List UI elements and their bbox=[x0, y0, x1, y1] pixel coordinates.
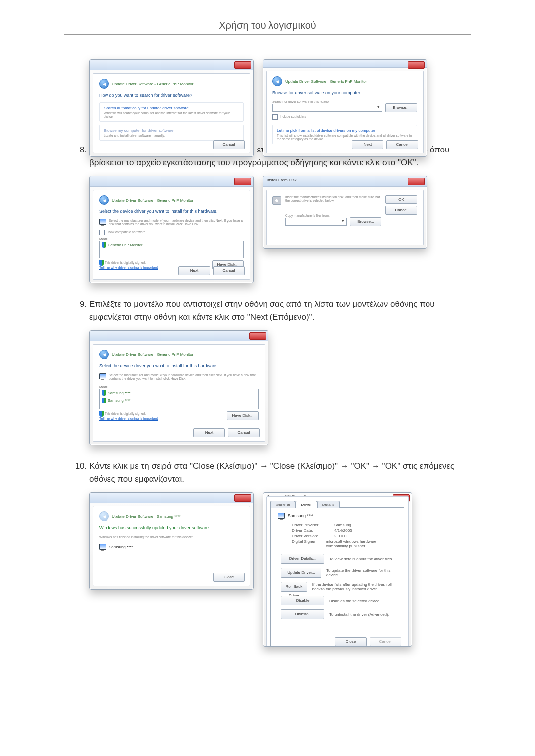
model-list[interactable]: Generic PnP Monitor bbox=[99, 241, 244, 258]
dialog-browse-location: ◄ Update Driver Software - Generic PnP M… bbox=[263, 59, 427, 157]
location-combo[interactable] bbox=[272, 104, 382, 112]
driver-details-desc: To view details about the driver files. bbox=[329, 557, 393, 561]
dialog-titlebar: Install From Disk bbox=[263, 176, 427, 187]
option-title: Search automatically for updated driver … bbox=[104, 106, 239, 110]
prop-signer-val: microsoft windows hardware compatibility… bbox=[326, 539, 399, 548]
signing-info-link[interactable]: Tell me why driver signing is important bbox=[99, 417, 158, 420]
shield-icon bbox=[99, 411, 104, 417]
dialog-titlebar: Samsung **** Properties bbox=[263, 493, 412, 493]
step-9-text: Επιλέξτε το μοντέλο που αντιστοιχεί στην… bbox=[89, 298, 471, 323]
option-desc: This list will show installed driver sof… bbox=[277, 134, 413, 141]
wizard-heading: Browse for driver software on your compu… bbox=[272, 90, 417, 95]
breadcrumb: Update Driver Software - Generic PnP Mon… bbox=[112, 353, 193, 357]
shield-icon bbox=[102, 242, 106, 248]
include-subfolders-checkbox[interactable]: Include subfolders bbox=[272, 114, 417, 120]
step-10-text: Κάντε κλικ με τη σειρά στα "Close (Κλείσ… bbox=[89, 460, 471, 485]
prop-date-val: 4/14/2005 bbox=[334, 528, 352, 533]
model-list[interactable]: Samsung **** Samsung **** bbox=[99, 389, 259, 409]
back-icon[interactable]: ◄ bbox=[99, 79, 109, 89]
wizard-heading: Windows has successfully updated your dr… bbox=[99, 525, 244, 530]
option-search-auto[interactable]: Search automatically for updated driver … bbox=[99, 102, 244, 122]
option-desc: Locate and install driver software manua… bbox=[104, 134, 239, 137]
close-button[interactable]: Close bbox=[335, 637, 367, 646]
dialog-select-driver-samsung: ◄ Update Driver Software - Generic PnP M… bbox=[89, 330, 268, 445]
cancel-button[interactable]: Cancel bbox=[385, 206, 417, 215]
update-driver-button[interactable]: Update Driver... bbox=[281, 568, 321, 578]
model-header: Model bbox=[99, 385, 259, 389]
driver-signed-label: This driver is digitally signed. bbox=[105, 261, 146, 264]
disk-icon bbox=[272, 196, 281, 205]
option-desc: Windows will search your computer and th… bbox=[104, 111, 239, 118]
model-item[interactable]: Generic PnP Monitor bbox=[108, 243, 142, 247]
close-icon[interactable] bbox=[249, 332, 266, 340]
prop-signer-key: Digital Signer: bbox=[292, 539, 326, 548]
ok-button[interactable]: OK bbox=[385, 195, 417, 204]
disable-button[interactable]: Disable bbox=[281, 596, 324, 605]
cancel-button[interactable]: Cancel bbox=[228, 428, 260, 437]
rollback-driver-desc: If the device fails after updating the d… bbox=[312, 582, 399, 591]
disable-desc: Disables the selected device. bbox=[329, 599, 381, 603]
tab-general[interactable]: General bbox=[270, 501, 295, 508]
prop-provider-key: Driver Provider: bbox=[292, 523, 334, 527]
shield-icon bbox=[102, 398, 106, 403]
dialog-titlebar bbox=[90, 176, 253, 187]
driver-signed-label: This driver is digitally signed. bbox=[105, 412, 146, 415]
signing-info-link[interactable]: Tell me why driver signing is important bbox=[99, 266, 158, 269]
breadcrumb: Update Driver Software - Samsung **** bbox=[112, 514, 181, 519]
have-disk-button[interactable]: Have Disk... bbox=[227, 411, 259, 420]
monitor-icon bbox=[99, 219, 106, 225]
rollback-driver-button[interactable]: Roll Back Driver bbox=[281, 582, 307, 592]
device-name: Samsung **** bbox=[288, 513, 314, 518]
next-button[interactable]: Next bbox=[352, 140, 383, 149]
back-icon[interactable]: ◄ bbox=[99, 195, 109, 205]
dialog-titlebar bbox=[90, 331, 268, 341]
next-button[interactable]: Next bbox=[193, 428, 225, 437]
close-icon[interactable] bbox=[234, 178, 251, 185]
prop-date-key: Driver Date: bbox=[292, 528, 334, 533]
back-icon[interactable]: ◄ bbox=[99, 350, 109, 359]
shield-icon bbox=[102, 390, 106, 396]
next-button[interactable]: Next bbox=[178, 266, 210, 275]
breadcrumb: Update Driver Software - Generic PnP Mon… bbox=[112, 82, 193, 86]
uninstall-button[interactable]: Uninstall bbox=[281, 609, 324, 619]
browse-button[interactable]: Browse... bbox=[350, 217, 381, 226]
back-icon[interactable]: ◄ bbox=[272, 76, 282, 86]
close-icon[interactable] bbox=[234, 61, 251, 69]
model-item[interactable]: Samsung **** bbox=[108, 391, 130, 395]
dialog-select-driver-generic: ◄ Update Driver Software - Generic PnP M… bbox=[89, 176, 254, 283]
option-title: Browse my computer for driver software bbox=[104, 128, 239, 133]
copy-from-combo[interactable] bbox=[285, 218, 347, 226]
tab-driver[interactable]: Driver bbox=[295, 501, 317, 508]
cancel-button[interactable]: Cancel bbox=[213, 266, 245, 275]
wizard-heading: Select the device driver you want to ins… bbox=[99, 209, 244, 214]
model-item[interactable]: Samsung **** bbox=[108, 398, 130, 403]
install-disk-desc: Insert the manufacturer's installation d… bbox=[285, 195, 381, 202]
browse-button[interactable]: Browse... bbox=[385, 103, 417, 112]
close-icon[interactable] bbox=[408, 178, 425, 185]
prop-version-key: Driver Version: bbox=[292, 534, 334, 538]
cancel-button: Cancel bbox=[370, 637, 401, 646]
prop-provider-val: Samsung bbox=[334, 523, 351, 527]
dialog-device-properties: Samsung **** Properties General Driver D… bbox=[263, 492, 412, 647]
shield-icon bbox=[99, 260, 104, 266]
close-icon[interactable] bbox=[234, 494, 251, 502]
title-underline bbox=[64, 34, 471, 35]
dialog-title: Install From Disk bbox=[267, 178, 297, 182]
update-driver-desc: To update the driver software for this d… bbox=[326, 568, 399, 577]
wizard-desc: Select the manufacturer and model of you… bbox=[109, 219, 244, 226]
close-icon[interactable] bbox=[408, 61, 425, 69]
cancel-button[interactable]: Cancel bbox=[213, 140, 245, 149]
show-compatible-checkbox[interactable]: Show compatible hardware bbox=[99, 230, 244, 235]
driver-details-button[interactable]: Driver Details... bbox=[281, 554, 324, 564]
monitor-icon bbox=[99, 373, 106, 379]
breadcrumb: Update Driver Software - Generic PnP Mon… bbox=[112, 198, 193, 202]
prop-version-val: 2.0.0.0 bbox=[334, 534, 346, 538]
wizard-heading: How do you want to search for driver sof… bbox=[99, 93, 244, 98]
close-button[interactable]: Close bbox=[213, 573, 245, 582]
option-browse-computer[interactable]: Browse my computer for driver software L… bbox=[99, 125, 244, 141]
cancel-button[interactable]: Cancel bbox=[386, 140, 418, 149]
section-title: Χρήση του λογισμικού bbox=[64, 20, 471, 31]
monitor-icon bbox=[99, 544, 106, 550]
tab-panel-driver: Samsung **** Driver Provider:Samsung Dri… bbox=[270, 507, 404, 646]
tab-details[interactable]: Details bbox=[317, 501, 340, 508]
